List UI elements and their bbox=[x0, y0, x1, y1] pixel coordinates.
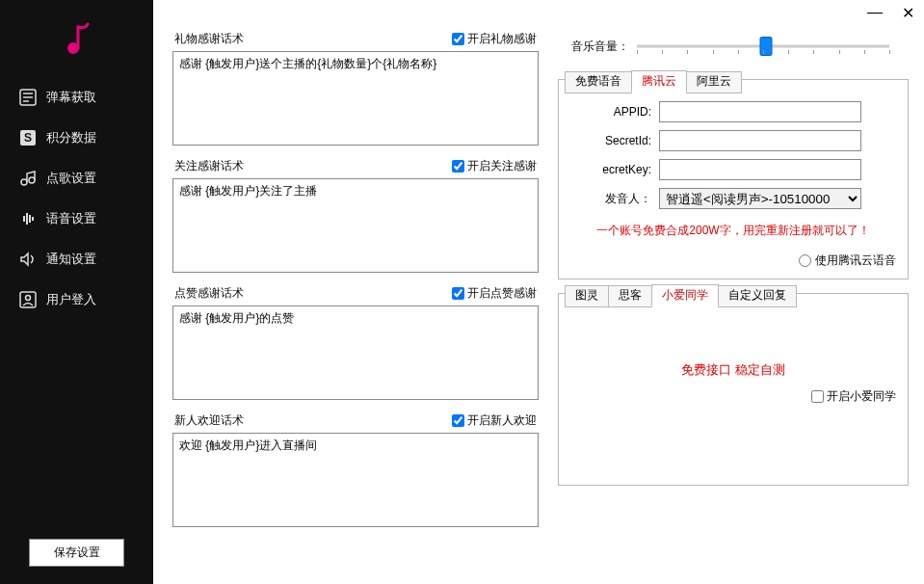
volume-row: 音乐音量： bbox=[558, 31, 909, 66]
follow-block: 关注感谢话术 开启关注感谢 感谢 {触发用户}关注了主播 bbox=[172, 158, 539, 276]
main: — ✕ 礼物感谢话术 开启礼物感谢 感谢 {触发用户}送个主播的{礼物数量}个{… bbox=[153, 0, 924, 584]
save-button[interactable]: 保存设置 bbox=[29, 539, 124, 567]
like-block: 点赞感谢话术 开启点赞感谢 感谢 {触发用户}的点赞 bbox=[172, 285, 539, 403]
use-tencent-radio[interactable]: 使用腾讯云语音 bbox=[799, 252, 896, 269]
reply-tabs: 图灵 思客 小爱同学 自定义回复 bbox=[565, 283, 796, 305]
titlebar: — ✕ bbox=[153, 0, 924, 25]
welcome-block: 新人欢迎话术 开启新人欢迎 欢迎 {触发用户}进入直播间 bbox=[172, 412, 539, 530]
speaker-icon bbox=[19, 251, 37, 268]
svg-point-7 bbox=[21, 179, 27, 185]
secretid-input[interactable] bbox=[659, 130, 861, 151]
voice-label: 发音人： bbox=[570, 191, 651, 207]
nav-voice[interactable]: 语音设置 bbox=[0, 199, 153, 239]
list-icon bbox=[19, 89, 37, 106]
gift-title: 礼物感谢话术 bbox=[174, 31, 244, 47]
nav-label: 点歌设置 bbox=[46, 170, 96, 187]
secretid-label: SecretId: bbox=[570, 134, 651, 147]
tab-sike[interactable]: 思客 bbox=[608, 285, 652, 307]
music-note-icon bbox=[62, 21, 92, 56]
nav-song[interactable]: 点歌设置 bbox=[0, 158, 153, 199]
appid-label: APPID: bbox=[570, 105, 651, 119]
speech-column: 礼物感谢话术 开启礼物感谢 感谢 {触发用户}送个主播的{礼物数量}个{礼物名称… bbox=[172, 31, 539, 569]
gift-block: 礼物感谢话术 开启礼物感谢 感谢 {触发用户}送个主播的{礼物数量}个{礼物名称… bbox=[172, 31, 539, 148]
nav-notify[interactable]: 通知设置 bbox=[0, 239, 153, 279]
like-title: 点赞感谢话术 bbox=[174, 285, 244, 302]
like-textarea[interactable]: 感谢 {触发用户}的点赞 bbox=[172, 305, 539, 400]
volume-label: 音乐音量： bbox=[571, 39, 629, 55]
follow-title: 关注感谢话术 bbox=[174, 158, 244, 174]
svg-text:S: S bbox=[24, 131, 32, 145]
welcome-enable-checkbox[interactable]: 开启新人欢迎 bbox=[452, 412, 537, 429]
tab-tencent[interactable]: 腾讯云 bbox=[631, 70, 687, 93]
svg-point-8 bbox=[29, 177, 35, 183]
tab-tuling[interactable]: 图灵 bbox=[565, 285, 609, 307]
nav-label: 弹幕获取 bbox=[46, 89, 96, 106]
content: 礼物感谢话术 开启礼物感谢 感谢 {触发用户}送个主播的{礼物数量}个{礼物名称… bbox=[153, 25, 924, 584]
gift-enable-checkbox[interactable]: 开启礼物感谢 bbox=[452, 31, 537, 47]
nav-label: 积分数据 bbox=[46, 129, 96, 146]
tab-aliyun[interactable]: 阿里云 bbox=[686, 71, 742, 93]
cloud-tabs: 免费语音 腾讯云 阿里云 bbox=[565, 69, 741, 92]
cloud-warning: 一个账号免费合成200W字，用完重新注册就可以了！ bbox=[570, 223, 896, 239]
right-column: 音乐音量： 免费语音 腾讯云 阿里云 APPID: SecretId: bbox=[558, 31, 909, 569]
app-logo bbox=[0, 0, 153, 77]
voice-select[interactable]: 智逍遥<阅读男声>-10510000 bbox=[659, 188, 861, 209]
tab-free[interactable]: 免费语音 bbox=[565, 71, 632, 93]
nav: 弹幕获取 S 积分数据 点歌设置 语音设置 通知设置 用户登入 bbox=[0, 77, 153, 539]
gift-textarea[interactable]: 感谢 {触发用户}送个主播的{礼物数量}个{礼物名称} bbox=[172, 51, 539, 146]
follow-enable-checkbox[interactable]: 开启关注感谢 bbox=[452, 158, 537, 174]
reply-pane: 图灵 思客 小爱同学 自定义回复 免费接口 稳定自测 开启小爱同学 bbox=[558, 293, 909, 486]
s-icon: S bbox=[19, 129, 37, 146]
follow-textarea[interactable]: 感谢 {触发用户}关注了主播 bbox=[172, 178, 539, 273]
volume-slider[interactable] bbox=[637, 35, 889, 58]
cloud-tts-pane: 免费语音 腾讯云 阿里云 APPID: SecretId: ecretKey: … bbox=[558, 79, 909, 279]
secretkey-input[interactable] bbox=[659, 159, 861, 180]
welcome-textarea[interactable]: 欢迎 {触发用户}进入直播间 bbox=[172, 433, 539, 527]
nav-label: 通知设置 bbox=[46, 251, 96, 268]
app-window: 弹幕获取 S 积分数据 点歌设置 语音设置 通知设置 用户登入 bbox=[0, 0, 924, 584]
wave-icon bbox=[19, 210, 37, 227]
svg-point-16 bbox=[26, 296, 31, 301]
nav-danmu[interactable]: 弹幕获取 bbox=[0, 77, 153, 118]
nav-label: 用户登入 bbox=[46, 291, 96, 308]
secretkey-label: ecretKey: bbox=[570, 163, 651, 176]
enable-xiaoai-checkbox[interactable]: 开启小爱同学 bbox=[811, 388, 896, 405]
tab-xiaoai[interactable]: 小爱同学 bbox=[651, 284, 719, 306]
sidebar: 弹幕获取 S 积分数据 点歌设置 语音设置 通知设置 用户登入 bbox=[0, 0, 153, 584]
appid-input[interactable] bbox=[659, 101, 861, 122]
tab-custom[interactable]: 自定义回复 bbox=[718, 285, 797, 307]
minimize-button[interactable]: — bbox=[867, 4, 883, 21]
close-button[interactable]: ✕ bbox=[902, 4, 914, 22]
music-icon bbox=[19, 170, 37, 187]
user-icon bbox=[19, 291, 37, 308]
nav-points[interactable]: S 积分数据 bbox=[0, 118, 153, 158]
reply-message: 免费接口 稳定自测 bbox=[570, 361, 896, 379]
welcome-title: 新人欢迎话术 bbox=[174, 412, 244, 429]
like-enable-checkbox[interactable]: 开启点赞感谢 bbox=[452, 285, 537, 302]
nav-login[interactable]: 用户登入 bbox=[0, 279, 153, 320]
nav-label: 语音设置 bbox=[46, 210, 96, 227]
